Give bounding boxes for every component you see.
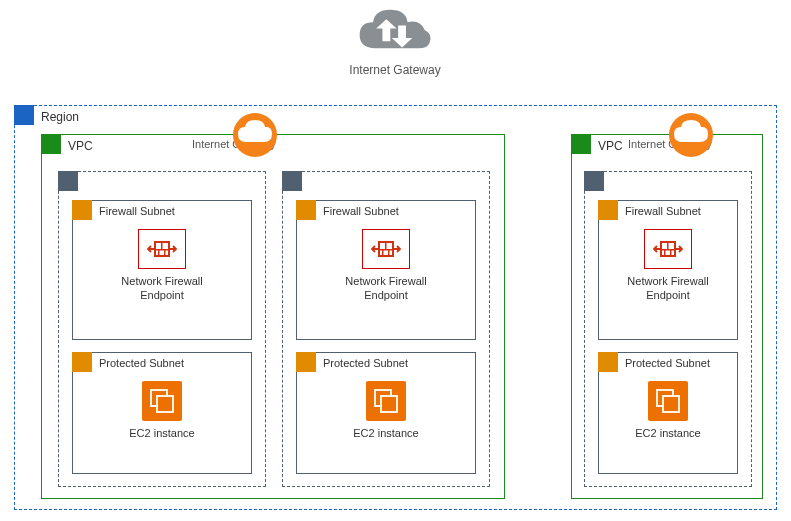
subnet-marker xyxy=(72,352,92,372)
ec2-caption: EC2 instance xyxy=(599,427,737,441)
svg-rect-19 xyxy=(664,250,666,256)
vpc-2: VPC Internet Gateway Firewall Subnet Net… xyxy=(571,134,763,499)
availability-zone-1b: Firewall Subnet Network Firewall Endpoin… xyxy=(282,171,490,487)
az-marker xyxy=(282,171,302,191)
architecture-diagram: Internet Gateway Region VPC Internet Gat… xyxy=(0,0,791,521)
subnet-label: Firewall Subnet xyxy=(323,205,399,217)
ec2-instance-icon xyxy=(142,381,182,421)
svg-rect-18 xyxy=(667,242,669,249)
cloud-gateway-icon xyxy=(232,112,278,158)
firewall-endpoint-icon xyxy=(138,229,186,269)
ec2-instance-icon xyxy=(366,381,406,421)
vpc-label: VPC xyxy=(598,139,623,153)
cloud-gateway-icon xyxy=(668,112,714,158)
svg-rect-17 xyxy=(661,249,675,251)
svg-rect-2 xyxy=(155,249,169,251)
az-marker xyxy=(584,171,604,191)
vpc-marker xyxy=(571,134,591,154)
svg-rect-3 xyxy=(161,242,163,249)
firewall-subnet: Firewall Subnet Network Firewall Endpoin… xyxy=(72,200,252,340)
svg-rect-5 xyxy=(164,250,166,256)
svg-rect-20 xyxy=(670,250,672,256)
internet-gateway-top-label: Internet Gateway xyxy=(335,63,455,77)
svg-rect-14 xyxy=(381,396,397,412)
firewall-caption: Network Firewall Endpoint xyxy=(297,275,475,303)
protected-subnet: Protected Subnet EC2 instance xyxy=(296,352,476,474)
firewall-endpoint-icon xyxy=(362,229,410,269)
ec2-instance-icon xyxy=(648,381,688,421)
protected-subnet: Protected Subnet EC2 instance xyxy=(598,352,738,474)
subnet-marker xyxy=(598,352,618,372)
cloud-icon xyxy=(355,5,435,60)
vpc-label: VPC xyxy=(68,139,93,153)
subnet-label: Firewall Subnet xyxy=(625,205,701,217)
svg-rect-9 xyxy=(379,249,393,251)
subnet-marker xyxy=(598,200,618,220)
firewall-caption: Network Firewall Endpoint xyxy=(73,275,251,303)
firewall-endpoint-icon xyxy=(644,229,692,269)
availability-zone-1a: Firewall Subnet Network Firewall Endpoin… xyxy=(58,171,266,487)
ec2-caption: EC2 instance xyxy=(73,427,251,441)
svg-rect-10 xyxy=(385,242,387,249)
subnet-marker xyxy=(296,200,316,220)
az-marker xyxy=(58,171,78,191)
svg-rect-22 xyxy=(663,396,679,412)
vpc-1: VPC Internet Gateway Firewall Subnet xyxy=(41,134,505,499)
protected-subnet: Protected Subnet EC2 instance xyxy=(72,352,252,474)
subnet-label: Protected Subnet xyxy=(99,357,184,369)
svg-rect-12 xyxy=(388,250,390,256)
firewall-subnet: Firewall Subnet Network Firewall Endpoin… xyxy=(296,200,476,340)
firewall-subnet: Firewall Subnet Network Firewall Endpoin… xyxy=(598,200,738,340)
internet-gateway-top: Internet Gateway xyxy=(335,5,455,77)
subnet-marker xyxy=(296,352,316,372)
svg-rect-7 xyxy=(157,396,173,412)
subnet-marker xyxy=(72,200,92,220)
subnet-label: Protected Subnet xyxy=(323,357,408,369)
availability-zone-2a: Firewall Subnet Network Firewall Endpoin… xyxy=(584,171,752,487)
region-box: Region VPC Internet Gateway Firewall Sub… xyxy=(14,105,777,510)
firewall-caption: Network Firewall Endpoint xyxy=(599,275,737,303)
subnet-label: Protected Subnet xyxy=(625,357,710,369)
svg-rect-4 xyxy=(158,250,160,256)
region-label: Region xyxy=(41,110,79,124)
region-marker xyxy=(14,105,34,125)
ec2-caption: EC2 instance xyxy=(297,427,475,441)
subnet-label: Firewall Subnet xyxy=(99,205,175,217)
svg-rect-11 xyxy=(382,250,384,256)
vpc-marker xyxy=(41,134,61,154)
